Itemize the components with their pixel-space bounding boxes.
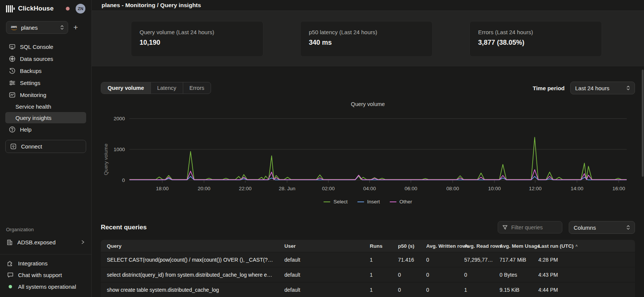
stats-band: Query volume (Last 24 hours)10,190p50 la…: [92, 11, 644, 67]
backups-icon: [9, 67, 16, 74]
recent-queries-table: QueryUserRunsp50 (s)Avg. Written rowsAvg…: [101, 240, 635, 297]
connect-button[interactable]: Connect: [5, 140, 86, 153]
organization-name: ADSB.exposed: [17, 239, 56, 245]
column-header-p50-s[interactable]: p50 (s): [392, 243, 420, 249]
sidebar-item-label: Service health: [15, 103, 51, 110]
svg-text:1000: 1000: [114, 147, 125, 152]
sql-console-icon: [9, 43, 16, 50]
connect-icon: [10, 143, 17, 150]
aws-icon: aws: [10, 25, 18, 30]
table-header-row: QueryUserRunsp50 (s)Avg. Written rowsAvg…: [101, 240, 635, 252]
column-header-label: User: [284, 243, 296, 249]
sidebar-item-query-insights[interactable]: Query insights: [5, 112, 86, 123]
chevron-updown-icon: [626, 85, 630, 91]
stat-label: Errors (Last 24 hours): [478, 29, 593, 35]
stat-card-query-volume: Query volume (Last 24 hours)10,190: [131, 21, 263, 57]
data-sources-icon: [9, 55, 16, 62]
sidebar-footer-item-chat-with-support[interactable]: Chat with support: [6, 269, 85, 281]
app-root: ClickHouse ZN aws planes + SQL ConsoleDa…: [0, 0, 644, 297]
sidebar-item-label: Settings: [20, 80, 40, 86]
topbar: planes - Monitoring / Query insights: [92, 0, 644, 11]
avatar[interactable]: ZN: [76, 4, 85, 14]
sidebar-item-backups[interactable]: Backups: [5, 65, 86, 77]
query-volume-chart[interactable]: 200010000Query volume18:0020:0022:0028. …: [101, 109, 635, 197]
sidebar-item-label: Backups: [20, 68, 42, 74]
column-header-last-run-utc[interactable]: Last run (UTC)^: [532, 243, 635, 249]
legend-swatch-icon: [390, 202, 396, 202]
recent-actions: Columns: [498, 221, 635, 234]
column-header-label: Query: [107, 243, 122, 249]
column-header-runs[interactable]: Runs: [364, 243, 392, 249]
legend-item-other[interactable]: Other: [390, 199, 412, 205]
columns-label: Columns: [574, 224, 623, 231]
vertical-scrollbar[interactable]: [642, 70, 644, 177]
stat-label: p50 latency (Last 24 hours): [309, 29, 424, 35]
sidebar-item-label: Integrations: [18, 260, 47, 267]
legend-label: Select: [333, 199, 348, 205]
sidebar-help-wrap: Help: [0, 123, 91, 135]
table-cell: 4:28 PM: [532, 257, 635, 263]
tab-query-volume[interactable]: Query volume: [101, 82, 151, 94]
organization-icon: [6, 239, 13, 246]
table-cell: 1: [364, 272, 392, 278]
svg-text:28. Jun: 28. Jun: [279, 186, 295, 191]
svg-text:08:00: 08:00: [446, 186, 459, 191]
sidebar-item-data-sources[interactable]: Data sources: [5, 53, 86, 65]
add-service-button[interactable]: +: [73, 24, 78, 31]
chart: 200010000Query volume18:0020:0022:0028. …: [101, 109, 635, 198]
table-cell: 0: [420, 257, 458, 263]
main-area: planes - Monitoring / Query insights Que…: [92, 0, 644, 297]
column-header-avg-read-rows[interactable]: Avg. Read rows: [458, 243, 494, 249]
project-name: planes: [21, 24, 57, 31]
column-header-user[interactable]: User: [278, 243, 364, 249]
sidebar-item-monitoring[interactable]: Monitoring: [5, 89, 86, 101]
table-row[interactable]: show create table system.distributed_cac…: [101, 282, 635, 297]
sidebar-nav: SQL ConsoleData sourcesBackupsSettingsMo…: [0, 35, 91, 101]
column-header-avg-mem-usage[interactable]: Avg. Mem Usage: [494, 243, 532, 249]
table-cell: 0: [420, 272, 458, 278]
sidebar-divider: [0, 254, 91, 255]
organization-label: Organization: [6, 227, 85, 232]
tab-errors[interactable]: Errors: [183, 82, 211, 94]
sidebar-subnav: Service healthQuery insights: [0, 101, 91, 123]
tab-latency[interactable]: Latency: [151, 82, 183, 94]
filter-queries-input[interactable]: [511, 224, 556, 230]
time-period-value: Last 24 hours: [575, 85, 623, 91]
chevron-right-icon: [80, 239, 85, 245]
column-header-query[interactable]: Query: [101, 243, 278, 249]
table-row[interactable]: SELECT CAST(round(pow(count() / max(coun…: [101, 252, 635, 267]
sidebar-item-help[interactable]: Help: [5, 123, 86, 135]
sidebar-item-label: SQL Console: [20, 44, 53, 50]
legend-label: Insert: [367, 199, 380, 205]
column-header-avg-written-rows[interactable]: Avg. Written rows: [420, 243, 458, 249]
help-icon: [9, 126, 16, 133]
columns-select[interactable]: Columns: [569, 221, 635, 234]
column-header-label: Last run (UTC): [538, 243, 574, 249]
table-cell: 0: [458, 272, 494, 278]
sidebar-item-label: Chat with support: [18, 272, 62, 278]
svg-text:22:00: 22:00: [239, 186, 252, 191]
svg-text:12:00: 12:00: [529, 186, 542, 191]
column-header-label: Runs: [370, 243, 383, 249]
project-select[interactable]: aws planes: [6, 21, 68, 34]
table-row[interactable]: select distrinct(query_id) from system.d…: [101, 267, 635, 282]
legend-item-insert[interactable]: Insert: [357, 199, 380, 205]
time-period-select[interactable]: Last 24 hours: [570, 82, 635, 94]
filter-queries-box: [498, 221, 562, 233]
svg-text:0: 0: [122, 177, 125, 183]
organization-switcher[interactable]: ADSB.exposed: [6, 236, 85, 248]
recent-queries-title: Recent queries: [101, 224, 147, 231]
svg-text:04:00: 04:00: [363, 186, 376, 191]
brand-name: ClickHouse: [18, 5, 54, 12]
sidebar-item-settings[interactable]: Settings: [5, 77, 86, 89]
legend-item-select[interactable]: Select: [324, 199, 348, 205]
stat-value: 10,190: [140, 39, 255, 47]
sidebar-footer-item-integrations[interactable]: Integrations: [6, 258, 85, 269]
sidebar-item-label: Monitoring: [20, 92, 46, 98]
table-cell: 4:43 PM: [532, 272, 635, 278]
sidebar-footer-item-all-systems-operational[interactable]: All systems operational: [6, 281, 85, 292]
sidebar-item-service-health[interactable]: Service health: [5, 101, 86, 112]
sidebar-item-sql-console[interactable]: SQL Console: [5, 41, 86, 53]
svg-text:06:00: 06:00: [404, 186, 417, 191]
sidebar-item-label: Data sources: [20, 56, 53, 62]
